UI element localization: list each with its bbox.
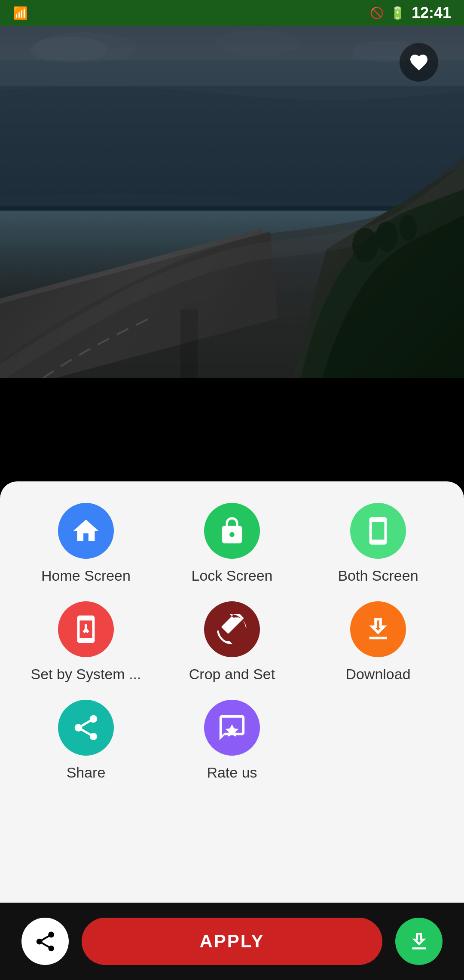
download-icon-circle — [350, 601, 406, 657]
action-home-screen[interactable]: Home Screen — [17, 503, 155, 584]
system-icon-circle — [58, 601, 114, 657]
both-screen-label: Both Screen — [338, 567, 418, 584]
rate-us-label: Rate us — [207, 764, 257, 781]
set-by-system-label: Set by System ... — [31, 666, 141, 683]
status-time: 12:41 — [412, 4, 451, 22]
action-download[interactable]: Download — [309, 601, 447, 683]
home-screen-icon-circle — [58, 503, 114, 559]
rate-icon — [217, 713, 247, 743]
action-lock-screen[interactable]: Lock Screen — [163, 503, 301, 584]
action-both-screen[interactable]: Both Screen — [309, 503, 447, 584]
download-action-icon — [407, 930, 431, 953]
share-button[interactable] — [21, 918, 69, 965]
signal-crossed-icon: 🚫 — [370, 6, 384, 20]
download-icon — [363, 614, 393, 644]
phone-icon — [363, 516, 393, 546]
action-share[interactable]: Share — [17, 700, 155, 781]
share-action-icon — [34, 930, 57, 953]
system-settings-icon — [71, 614, 101, 644]
bottom-action-bar: APPLY — [0, 903, 464, 980]
bottom-sheet: Home Screen Lock Screen Both Screen — [0, 481, 464, 903]
favorite-button[interactable] — [400, 43, 438, 82]
share-icon — [71, 713, 101, 743]
rate-icon-circle — [204, 700, 260, 756]
sim-icon: 📶 — [13, 6, 28, 20]
share-label: Share — [67, 764, 106, 781]
both-screen-icon-circle — [350, 503, 406, 559]
crop-rotate-icon — [217, 614, 247, 644]
action-crop-and-set[interactable]: Crop and Set — [163, 601, 301, 683]
crop-and-set-label: Crop and Set — [189, 666, 275, 683]
home-screen-label: Home Screen — [41, 567, 131, 584]
share-icon-circle — [58, 700, 114, 756]
wallpaper-overlay — [0, 26, 464, 378]
status-left: 📶 — [13, 6, 28, 20]
battery-icon: 🔋 — [390, 6, 405, 20]
download-button[interactable] — [395, 918, 443, 965]
status-right: 🚫 🔋 12:41 — [370, 4, 451, 22]
download-label: Download — [345, 666, 410, 683]
crop-icon-circle — [204, 601, 260, 657]
apply-label: APPLY — [199, 931, 264, 952]
home-icon — [71, 516, 101, 546]
actions-grid: Home Screen Lock Screen Both Screen — [17, 503, 447, 781]
action-rate-us[interactable]: Rate us — [163, 700, 301, 781]
lock-screen-icon-circle — [204, 503, 260, 559]
status-bar: 📶 🚫 🔋 12:41 — [0, 0, 464, 26]
action-set-by-system[interactable]: Set by System ... — [17, 601, 155, 683]
heart-icon — [409, 52, 429, 73]
lock-icon — [217, 516, 247, 546]
apply-button[interactable]: APPLY — [82, 918, 382, 965]
lock-screen-label: Lock Screen — [192, 567, 273, 584]
